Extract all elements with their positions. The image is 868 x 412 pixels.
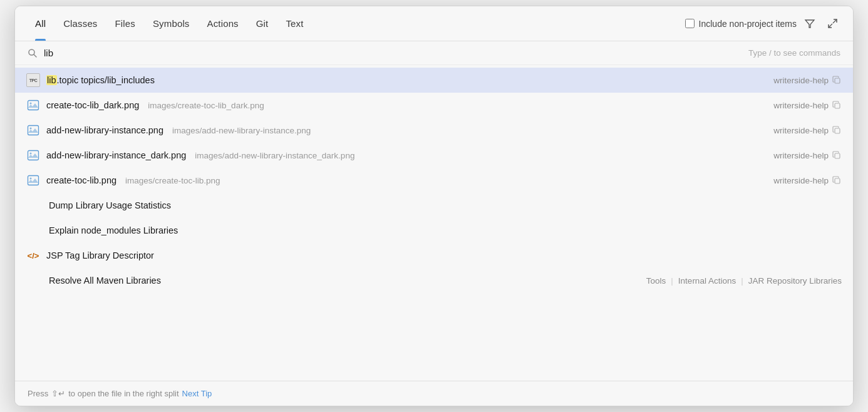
result-row-add-library-instance[interactable]: add-new-library-instance.png images/add-… bbox=[15, 118, 853, 143]
svg-line-2 bbox=[829, 24, 832, 28]
tab-classes[interactable]: Classes bbox=[54, 6, 106, 41]
copy-icon-5 bbox=[832, 175, 842, 185]
result-name-add-library-instance: add-new-library-instance.png bbox=[46, 125, 163, 135]
result-path-add-library-instance: images/add-new-library-instance.png bbox=[172, 126, 311, 135]
tab-symbols[interactable]: Symbols bbox=[144, 6, 199, 41]
result-path-create-toc-dark: images/create-toc-lib_dark.png bbox=[148, 101, 264, 110]
result-row-lib-topic[interactable]: TPC lib.topic topics/lib_includes writer… bbox=[15, 68, 853, 93]
svg-point-7 bbox=[30, 103, 32, 105]
result-path-add-library-instance-dark: images/add-new-library-instance_dark.png bbox=[195, 151, 354, 160]
next-tip-link[interactable]: Next Tip bbox=[182, 389, 212, 398]
result-name-create-toc-dark: create-toc-lib_dark.png bbox=[46, 100, 139, 110]
search-dialog: All Classes Files Symbols Actions Git Te… bbox=[14, 6, 854, 406]
img-icon-3 bbox=[26, 148, 40, 162]
action-explain-label: Explain node_modules Libraries bbox=[49, 225, 178, 235]
svg-rect-14 bbox=[835, 153, 840, 158]
tab-all[interactable]: All bbox=[26, 6, 54, 41]
svg-rect-11 bbox=[835, 128, 840, 133]
svg-rect-8 bbox=[835, 103, 840, 108]
result-project-lib-topic: writerside-help bbox=[773, 75, 842, 85]
tab-text[interactable]: Text bbox=[277, 6, 312, 41]
img-icon-1 bbox=[26, 98, 40, 112]
tab-files[interactable]: Files bbox=[106, 6, 144, 41]
search-hint: Type / to see commands bbox=[748, 48, 840, 58]
search-icon bbox=[28, 48, 38, 58]
results-list: TPC lib.topic topics/lib_includes writer… bbox=[15, 65, 853, 381]
svg-line-1 bbox=[833, 19, 837, 23]
img-icon-2 bbox=[26, 123, 40, 137]
result-row-dump-library[interactable]: Dump Library Usage Statistics bbox=[15, 193, 853, 218]
svg-rect-6 bbox=[28, 101, 39, 110]
copy-icon-4 bbox=[832, 150, 842, 160]
filter-icon bbox=[804, 18, 815, 29]
expand-icon bbox=[827, 18, 838, 29]
include-non-project-checkbox-label[interactable]: Include non-project items bbox=[685, 19, 797, 29]
xml-icon: </> bbox=[26, 249, 40, 262]
status-bar: Press ⇧↵ to open the file in the right s… bbox=[15, 381, 853, 406]
svg-point-10 bbox=[30, 128, 32, 130]
result-row-create-toc-lib[interactable]: create-toc-lib.png images/create-toc-lib… bbox=[15, 168, 853, 193]
svg-rect-9 bbox=[28, 126, 39, 135]
include-non-project-checkbox[interactable] bbox=[685, 19, 695, 28]
tabs-bar: All Classes Files Symbols Actions Git Te… bbox=[15, 6, 853, 41]
svg-rect-5 bbox=[835, 78, 840, 83]
svg-line-4 bbox=[34, 54, 36, 57]
result-row-create-toc-dark[interactable]: create-toc-lib_dark.png images/create-to… bbox=[15, 93, 853, 118]
result-name-create-toc-lib: create-toc-lib.png bbox=[46, 175, 116, 185]
svg-point-16 bbox=[30, 178, 32, 180]
result-project-create-toc-dark: writerside-help bbox=[773, 100, 842, 110]
result-name-lib-topic: lib.topic topics/lib_includes bbox=[46, 75, 155, 85]
copy-icon-2 bbox=[832, 100, 842, 110]
resolve-label: Resolve All Maven Libraries bbox=[26, 276, 640, 286]
tab-git[interactable]: Git bbox=[247, 6, 277, 41]
result-row-jsp[interactable]: </> JSP Tag Library Descriptor bbox=[15, 243, 853, 268]
result-project-add-library-instance-dark: writerside-help bbox=[773, 150, 842, 160]
copy-icon bbox=[832, 75, 842, 85]
result-project-add-library-instance: writerside-help bbox=[773, 125, 842, 135]
result-row-resolve-maven[interactable]: Resolve All Maven Libraries Tools | Inte… bbox=[15, 268, 853, 293]
resolve-tags: Tools | Internal Actions | JAR Repositor… bbox=[646, 276, 842, 286]
action-dump-label: Dump Library Usage Statistics bbox=[49, 200, 171, 210]
open-text: to open the file in the right split bbox=[68, 389, 178, 398]
search-bar: Type / to see commands bbox=[15, 41, 853, 65]
svg-rect-15 bbox=[28, 176, 39, 185]
expand-button[interactable] bbox=[823, 14, 842, 33]
tpc-icon: TPC bbox=[26, 73, 40, 87]
jsp-label: JSP Tag Library Descriptor bbox=[46, 250, 154, 260]
svg-rect-17 bbox=[835, 178, 840, 183]
svg-rect-12 bbox=[28, 151, 39, 160]
img-icon-4 bbox=[26, 173, 40, 187]
filter-button[interactable] bbox=[800, 14, 819, 33]
result-project-create-toc-lib: writerside-help bbox=[773, 175, 842, 185]
result-name-add-library-instance-dark: add-new-library-instance_dark.png bbox=[46, 150, 186, 160]
copy-icon-3 bbox=[832, 125, 842, 135]
result-row-add-library-instance-dark[interactable]: add-new-library-instance_dark.png images… bbox=[15, 143, 853, 168]
svg-point-13 bbox=[30, 153, 32, 155]
result-path-create-toc-lib: images/create-toc-lib.png bbox=[125, 176, 220, 185]
keyboard-shortcut: ⇧↵ bbox=[51, 389, 65, 398]
press-text: Press bbox=[28, 389, 48, 398]
search-input[interactable] bbox=[44, 48, 742, 58]
svg-marker-0 bbox=[805, 20, 814, 28]
tab-actions[interactable]: Actions bbox=[199, 6, 247, 41]
result-row-explain-node[interactable]: Explain node_modules Libraries bbox=[15, 218, 853, 243]
